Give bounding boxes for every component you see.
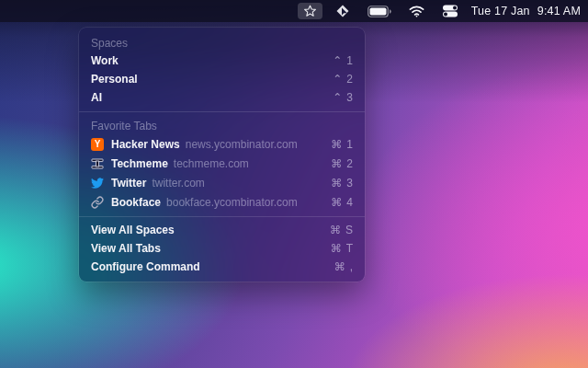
item-label: Bookface: [111, 196, 161, 209]
menu-item-techmeme[interactable]: Techmeme techmeme.com ⌘ 2: [79, 154, 365, 173]
item-label: Techmeme: [111, 157, 168, 170]
section-spaces: Spaces Work ⌃ 1 Personal ⌃ 2 AI: [79, 35, 365, 111]
menu-item-bookface[interactable]: Bookface bookface.ycombinator.com ⌘ 4: [79, 192, 365, 212]
battery-icon[interactable]: [363, 3, 396, 19]
item-label: Work: [91, 54, 119, 67]
menu-item-ai[interactable]: AI ⌃ 3: [79, 88, 365, 107]
item-label: Configure Command: [91, 260, 200, 273]
item-label: View All Tabs: [91, 242, 161, 255]
shortcut: ⌃ 1: [333, 54, 353, 67]
menu-bar: Tue 17 Jan 9:41 AM: [0, 0, 588, 22]
item-label: View All Spaces: [91, 224, 175, 236]
menu-item-view-all-spaces[interactable]: View All Spaces ⌘ S: [79, 221, 365, 239]
pointer-diamond-icon[interactable]: [331, 3, 355, 19]
shortcut: ⌘ 1: [331, 138, 353, 151]
shortcut: ⌃ 2: [333, 73, 353, 86]
menubar-clock[interactable]: Tue 17 Jan 9:41 AM: [471, 5, 582, 17]
techmeme-favicon: [91, 157, 104, 170]
link-icon: [91, 196, 104, 209]
item-url: news.ycombinator.com: [186, 138, 298, 151]
menu-item-configure-command[interactable]: Configure Command ⌘ ,: [79, 258, 365, 276]
sigmaos-star-icon[interactable]: [298, 3, 322, 19]
shortcut: ⌘ T: [331, 242, 353, 255]
shortcut: ⌘ 4: [331, 196, 353, 209]
item-url: bookface.ycombinator.com: [166, 196, 298, 209]
menu-item-hacker-news[interactable]: Y Hacker News news.ycombinator.com ⌘ 1: [79, 134, 365, 154]
shortcut: ⌃ 3: [333, 91, 353, 104]
item-label: Hacker News: [111, 138, 180, 151]
shortcut: ⌘ 2: [331, 157, 353, 170]
twitter-favicon: [91, 177, 104, 190]
menu-item-view-all-tabs[interactable]: View All Tabs ⌘ T: [79, 239, 365, 258]
menu-item-twitter[interactable]: Twitter twitter.com ⌘ 3: [79, 173, 365, 192]
menu-item-work[interactable]: Work ⌃ 1: [79, 52, 365, 70]
wifi-icon[interactable]: [404, 3, 429, 19]
menu-item-personal[interactable]: Personal ⌃ 2: [79, 70, 365, 88]
desktop-background: Tue 17 Jan 9:41 AM Spaces Work ⌃ 1 Perso…: [0, 0, 588, 368]
control-center-icon[interactable]: [437, 3, 463, 19]
item-url: twitter.com: [152, 177, 204, 190]
shortcut: ⌘ S: [330, 224, 353, 236]
spaces-header: Spaces: [79, 35, 365, 52]
hacker-news-favicon: Y: [91, 138, 104, 151]
section-favorite-tabs: Favorite Tabs Y Hacker News news.ycombin…: [79, 111, 365, 216]
item-label: Personal: [91, 73, 138, 86]
command-dropdown-menu: Spaces Work ⌃ 1 Personal ⌃ 2 AI: [79, 28, 365, 282]
shortcut: ⌘ 3: [331, 177, 353, 190]
menubar-time: 9:41 AM: [537, 5, 581, 17]
item-label: Twitter: [111, 177, 146, 190]
section-actions: View All Spaces ⌘ S View All Tabs ⌘ T Co…: [79, 216, 365, 277]
shortcut: ⌘ ,: [334, 260, 353, 273]
menubar-date: Tue 17 Jan: [471, 5, 530, 17]
favorite-tabs-header: Favorite Tabs: [79, 118, 365, 134]
item-label: AI: [91, 91, 102, 104]
item-url: techmeme.com: [174, 157, 249, 170]
